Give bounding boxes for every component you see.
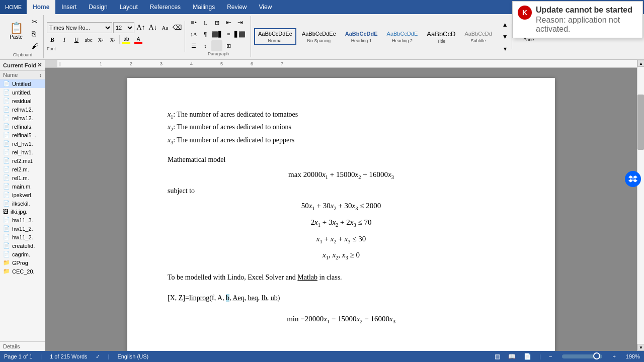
zoom-in-button[interactable]: + xyxy=(612,353,615,359)
decrease-font-button[interactable]: A↓ xyxy=(147,22,158,33)
superscript-button[interactable]: X2 xyxy=(107,34,118,45)
sidebar-item-19[interactable]: 📄 createfid. xyxy=(0,241,45,250)
sidebar-item-18[interactable]: 📄 hw11_2. xyxy=(0,233,45,241)
tab-review[interactable]: Review xyxy=(221,0,253,14)
shading-button[interactable] xyxy=(211,40,222,51)
sidebar-item-15[interactable]: 🖼 ilki.jpg. xyxy=(0,208,45,216)
file-icon-19: 📄 xyxy=(3,242,10,249)
font-size-select[interactable]: 12 xyxy=(113,22,134,33)
sort-button[interactable]: ↕A xyxy=(188,29,199,40)
style-no-spacing[interactable]: AaBbCcDdEe No Spacing xyxy=(298,29,340,44)
sidebar-item-8[interactable]: 📄 rel_hw1. xyxy=(0,148,45,156)
proofing-icon[interactable]: ✓ xyxy=(96,353,100,360)
underline-button[interactable]: U xyxy=(71,34,82,45)
dropbox-button[interactable] xyxy=(625,171,641,187)
zoom-out-button[interactable]: − xyxy=(549,353,552,359)
subscript-button[interactable]: X2 xyxy=(95,34,106,45)
style-title[interactable]: AaBbCcD Title xyxy=(423,28,459,45)
sidebar-item-5[interactable]: 📄 relfinals. xyxy=(0,122,45,131)
paste-label: Paste xyxy=(10,34,23,40)
clear-format-button[interactable]: ⌫ xyxy=(172,22,183,33)
justify-button[interactable]: ☰ xyxy=(188,40,199,51)
sidebar-item-17[interactable]: 📄 hw11_2. xyxy=(0,224,45,233)
text-highlight-button[interactable]: ab xyxy=(121,34,132,45)
font-color-button[interactable]: A xyxy=(133,34,144,45)
align-center-button[interactable]: ≡ xyxy=(223,29,234,40)
sidebar-item-gprog[interactable]: 📁 GProg xyxy=(0,258,45,267)
scroll-down-button[interactable]: ▼ xyxy=(637,344,644,351)
tab-insert[interactable]: Insert xyxy=(55,0,83,14)
increase-font-button[interactable]: A↑ xyxy=(135,22,146,33)
sidebar: Current Fold ✕ Name ↕ 📄 Untitled 📄 untit… xyxy=(0,60,45,351)
sidebar-close-icon[interactable]: ✕ xyxy=(37,62,42,68)
tab-home[interactable]: Home xyxy=(27,0,55,14)
sidebar-item-13[interactable]: 📄 ipekverl. xyxy=(0,191,45,199)
font-group-label: Font xyxy=(47,46,183,51)
sidebar-item-label-5: relfinals. xyxy=(12,124,33,130)
bold-button[interactable]: B xyxy=(47,34,58,45)
sidebar-item-untitled[interactable]: 📄 Untitled xyxy=(0,79,45,88)
scroll-up-button[interactable]: ▲ xyxy=(637,60,644,67)
style-title-label: Title xyxy=(437,39,446,44)
sidebar-item-1[interactable]: 📄 untitled. xyxy=(0,88,45,97)
sidebar-sort-icon[interactable]: ↕ xyxy=(39,72,42,78)
increase-indent-button[interactable]: ⇥ xyxy=(234,17,246,28)
style-subtitle[interactable]: AaBbCcDd Subtitle xyxy=(461,29,495,44)
bullets-button[interactable]: ≡• xyxy=(188,17,199,28)
line-spacing-button[interactable]: ↕ xyxy=(200,40,211,51)
italic-button[interactable]: I xyxy=(59,34,70,45)
tab-references[interactable]: References xyxy=(144,0,187,14)
style-heading1[interactable]: AaBbCcDdE Heading 1 xyxy=(342,29,381,44)
print-layout-button[interactable]: 📄 xyxy=(524,353,531,360)
document[interactable]: x1: The number of acres dedicated to tom… xyxy=(127,78,555,351)
tab-view[interactable]: View xyxy=(253,0,278,14)
sidebar-item-12[interactable]: 📄 main.m. xyxy=(0,182,45,191)
zoom-slider[interactable] xyxy=(562,354,602,358)
sidebar-item-14[interactable]: 📄 ilksekil. xyxy=(0,199,45,208)
file-icon-17: 📄 xyxy=(3,225,10,232)
sidebar-item-6[interactable]: 📄 relfinal5_. xyxy=(0,131,45,139)
align-left-button[interactable]: ⬛▋ xyxy=(211,29,222,40)
font-name-select[interactable]: Times New Ro... xyxy=(47,22,112,33)
document-area[interactable]: x1: The number of acres dedicated to tom… xyxy=(45,68,637,351)
numbering-button[interactable]: 1. xyxy=(200,17,211,28)
change-case-button[interactable]: Aa xyxy=(159,22,171,33)
copy-button[interactable]: ⎘ xyxy=(29,28,41,39)
sidebar-item-7[interactable]: 📄 rel_hw1. xyxy=(0,139,45,148)
sidebar-item-16[interactable]: 📄 hw11_3. xyxy=(0,216,45,224)
tab-layout[interactable]: Layout xyxy=(114,0,144,14)
tab-home-alt[interactable]: HOME xyxy=(0,0,27,14)
show-hide-button[interactable]: ¶ xyxy=(200,29,211,40)
sidebar-item-10[interactable]: 📄 rel2.m. xyxy=(0,165,45,173)
z-link[interactable]: Z xyxy=(179,294,183,302)
decrease-indent-button[interactable]: ⇤ xyxy=(223,17,234,28)
sidebar-item-2[interactable]: 📄 residual xyxy=(0,97,45,105)
sidebar-item-3[interactable]: 📄 relhw12. xyxy=(0,105,45,114)
styles-up-button[interactable]: ▲ xyxy=(500,19,511,30)
cut-button[interactable]: ✂ xyxy=(29,16,41,27)
paste-button[interactable]: 📋 Paste xyxy=(4,21,28,46)
sidebar-item-cec[interactable]: 📁 CEC_20. xyxy=(0,267,45,276)
style-heading2[interactable]: AaBbCcDdE Heading 2 xyxy=(383,29,422,44)
scrollbar-thumb[interactable] xyxy=(637,95,644,150)
read-mode-button[interactable]: 📖 xyxy=(508,353,516,360)
styles-down-button[interactable]: ▼ xyxy=(500,31,511,42)
sidebar-item-4[interactable]: 📄 relhw12. xyxy=(0,114,45,122)
sidebar-item-label-13: ipekverl. xyxy=(12,192,33,198)
tab-design[interactable]: Design xyxy=(83,0,113,14)
sidebar-item-20[interactable]: 📄 cagrim. xyxy=(0,250,45,258)
sidebar-item-9[interactable]: 📄 rel2.mat. xyxy=(0,156,45,165)
matlab-link[interactable]: Matlab xyxy=(297,274,317,281)
right-scrollbar[interactable]: ▲ ▼ xyxy=(637,60,644,351)
format-painter-button[interactable]: 🖌 xyxy=(29,40,41,51)
layout-view-button[interactable]: ▤ xyxy=(495,353,500,360)
tab-mailings[interactable]: Mailings xyxy=(187,0,221,14)
style-normal[interactable]: AaBbCcDdEe Normal xyxy=(254,28,296,45)
sidebar-item-11[interactable]: 📄 rel1.m. xyxy=(0,173,45,182)
borders-button[interactable]: ⊞ xyxy=(223,40,234,51)
multilevel-button[interactable]: ⊞ xyxy=(211,17,222,28)
strikethrough-button[interactable]: abc xyxy=(83,34,94,45)
align-right-button[interactable]: ▋⬛ xyxy=(234,29,246,40)
zoom-thumb[interactable] xyxy=(593,352,600,359)
styles-more-button[interactable]: ▾ xyxy=(500,43,511,54)
